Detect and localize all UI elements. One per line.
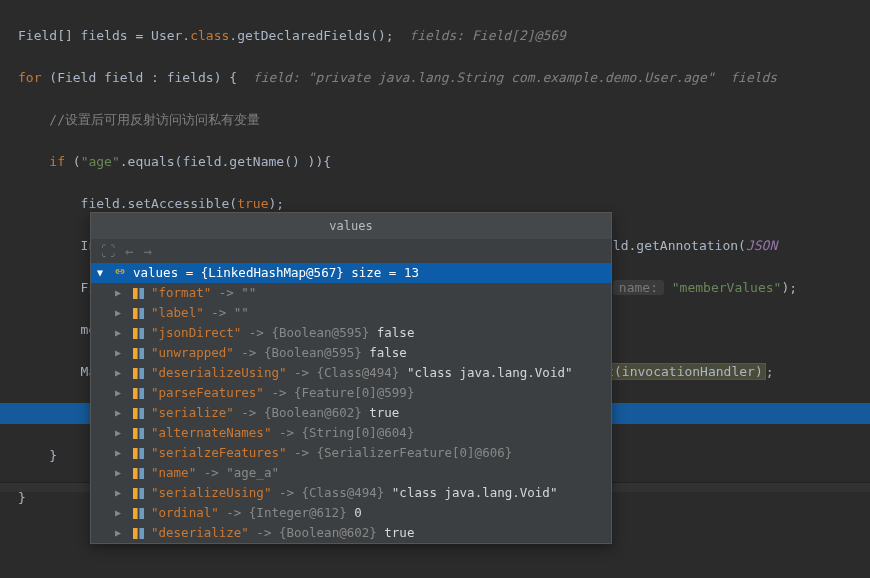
code-line: for (Field field : fields) { field: "pri… [18,67,870,88]
expand-icon[interactable]: ▶ [115,383,125,403]
map-entry-icon [131,486,145,500]
tree-row[interactable]: ▶"serialize" -> {Boolean@602} true [91,403,611,423]
tree-root[interactable]: ▼ values = {LinkedHashMap@567} size = 13 [91,263,611,283]
svg-rect-13 [139,408,144,419]
expand-icon[interactable]: ▶ [115,303,125,323]
code-line: if ("age".equals(field.getName() )){ [18,151,870,172]
expand-icon[interactable]: ▶ [115,403,125,423]
svg-rect-11 [139,388,144,399]
map-entry-icon [131,326,145,340]
map-entry-icon [131,306,145,320]
show-source-icon[interactable]: ⛶ [101,243,115,259]
tree-row[interactable]: ▶"name" -> "age_a" [91,463,611,483]
code-line: field.setAccessible(true); [18,193,870,214]
variables-tree[interactable]: ▼ values = {LinkedHashMap@567} size = 13… [91,263,611,543]
svg-rect-17 [139,448,144,459]
svg-rect-8 [133,368,138,379]
svg-rect-14 [133,428,138,439]
expand-icon[interactable]: ▶ [115,323,125,343]
popup-title: values [91,213,611,239]
tree-row[interactable]: ▶"deserializeUsing" -> {Class@494} "clas… [91,363,611,383]
tree-row-label: "serializeUsing" -> {Class@494} "class j… [151,483,557,503]
svg-rect-12 [133,408,138,419]
tree-row-label: "serialzeFeatures" -> {SerializerFeature… [151,443,512,463]
expand-icon[interactable]: ▶ [115,463,125,483]
svg-rect-6 [133,348,138,359]
svg-rect-0 [133,288,138,299]
map-entry-icon [131,406,145,420]
nav-back-icon[interactable]: ← [125,243,133,259]
map-entry-icon [131,346,145,360]
tree-row-label: "format" -> "" [151,283,256,303]
tree-row[interactable]: ▶"jsonDirect" -> {Boolean@595} false [91,323,611,343]
tree-row-label: "alternateNames" -> {String[0]@604} [151,423,414,443]
svg-rect-23 [139,508,144,519]
code-line: Field[] fields = User.class.getDeclaredF… [18,25,870,46]
svg-rect-10 [133,388,138,399]
svg-rect-2 [133,308,138,319]
popup-toolbar: ⛶ ← → [91,239,611,263]
tree-row-label: "parseFeatures" -> {Feature[0]@599} [151,383,414,403]
tree-row[interactable]: ▶"alternateNames" -> {String[0]@604} [91,423,611,443]
map-entry-icon [131,446,145,460]
link-icon [113,267,127,279]
svg-rect-18 [133,468,138,479]
expand-icon[interactable]: ▼ [97,263,107,283]
tree-row-label: "name" -> "age_a" [151,463,279,483]
svg-rect-22 [133,508,138,519]
map-entry-icon [131,386,145,400]
expand-icon[interactable]: ▶ [115,483,125,503]
svg-rect-3 [139,308,144,319]
expand-icon[interactable]: ▶ [115,503,125,523]
svg-rect-15 [139,428,144,439]
svg-rect-16 [133,448,138,459]
tree-row-label: "deserialize" -> {Boolean@602} true [151,523,414,543]
tree-row-label: "deserializeUsing" -> {Class@494} "class… [151,363,572,383]
svg-rect-1 [139,288,144,299]
tree-row-label: "label" -> "" [151,303,249,323]
svg-rect-20 [133,488,138,499]
svg-rect-24 [133,528,138,539]
svg-rect-25 [139,528,144,539]
map-entry-icon [131,426,145,440]
tree-root-label: values = {LinkedHashMap@567} size = 13 [133,263,419,283]
svg-rect-19 [139,468,144,479]
tree-row[interactable]: ▶"unwrapped" -> {Boolean@595} false [91,343,611,363]
expand-icon[interactable]: ▶ [115,523,125,543]
debug-evaluate-popup[interactable]: values ⛶ ← → ▼ values = {LinkedHashMap@5… [90,212,612,544]
nav-forward-icon[interactable]: → [143,243,151,259]
tree-row[interactable]: ▶"ordinal" -> {Integer@612} 0 [91,503,611,523]
tree-row[interactable]: ▶"serialzeFeatures" -> {SerializerFeatur… [91,443,611,463]
expand-icon[interactable]: ▶ [115,363,125,383]
map-entry-icon [131,286,145,300]
tree-row[interactable]: ▶"parseFeatures" -> {Feature[0]@599} [91,383,611,403]
svg-rect-21 [139,488,144,499]
svg-rect-7 [139,348,144,359]
tree-row[interactable]: ▶"format" -> "" [91,283,611,303]
tree-row[interactable]: ▶"deserialize" -> {Boolean@602} true [91,523,611,543]
tree-row[interactable]: ▶"serializeUsing" -> {Class@494} "class … [91,483,611,503]
tree-row-label: "ordinal" -> {Integer@612} 0 [151,503,362,523]
tree-row[interactable]: ▶"label" -> "" [91,303,611,323]
svg-rect-5 [139,328,144,339]
map-entry-icon [131,506,145,520]
map-entry-icon [131,366,145,380]
svg-rect-9 [139,368,144,379]
tree-row-label: "unwrapped" -> {Boolean@595} false [151,343,407,363]
expand-icon[interactable]: ▶ [115,283,125,303]
expand-icon[interactable]: ▶ [115,343,125,363]
map-entry-icon [131,526,145,540]
expand-icon[interactable]: ▶ [115,443,125,463]
svg-rect-4 [133,328,138,339]
map-entry-icon [131,466,145,480]
tree-row-label: "serialize" -> {Boolean@602} true [151,403,399,423]
code-line: //设置后可用反射访问访问私有变量 [18,109,870,130]
tree-row-label: "jsonDirect" -> {Boolean@595} false [151,323,414,343]
expand-icon[interactable]: ▶ [115,423,125,443]
